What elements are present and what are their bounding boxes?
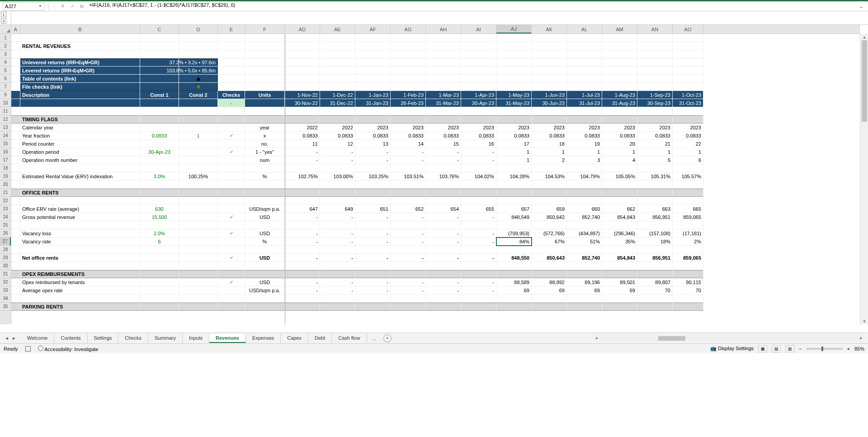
- cell-AJ14[interactable]: 0.0833: [496, 132, 532, 140]
- cell-AG28[interactable]: [391, 246, 426, 254]
- cell-AD31[interactable]: [285, 270, 320, 278]
- cell-AJ4[interactable]: [496, 58, 532, 66]
- cell-AJ10[interactable]: 31-May-23: [496, 99, 532, 107]
- cell-AO35[interactable]: [673, 303, 703, 311]
- row-header-4[interactable]: 4: [0, 58, 11, 66]
- cell-AE5[interactable]: [320, 66, 355, 75]
- cell-AL3[interactable]: [567, 50, 602, 58]
- add-sheet-button[interactable]: +: [383, 334, 392, 342]
- column-header-AE[interactable]: AE: [320, 25, 355, 33]
- cell-AH1[interactable]: [426, 34, 461, 42]
- cell-AL7[interactable]: [567, 83, 602, 91]
- cell-AJ32[interactable]: 88,589: [496, 278, 532, 286]
- cell-AI11[interactable]: [461, 107, 496, 115]
- cell-B28[interactable]: [20, 246, 140, 254]
- cell-F7[interactable]: [245, 83, 285, 91]
- cell-AK4[interactable]: [532, 58, 567, 66]
- cell-AF21[interactable]: [355, 189, 391, 197]
- row-header-19[interactable]: 19: [0, 172, 11, 180]
- sheet-tab-cash-flow[interactable]: Cash flow: [332, 334, 367, 343]
- cell-AN1[interactable]: [637, 34, 673, 42]
- cell-AI27[interactable]: -: [461, 238, 496, 246]
- cell-E1[interactable]: [218, 34, 245, 42]
- cell-AL27[interactable]: 51%: [567, 238, 602, 246]
- cell-F1[interactable]: [245, 34, 285, 42]
- cell-AG15[interactable]: 14: [391, 140, 426, 148]
- page-break-view-icon[interactable]: ▥: [785, 345, 794, 352]
- row-header-31[interactable]: 31: [0, 270, 11, 278]
- cell-AN22[interactable]: [637, 197, 673, 205]
- cell-AD33[interactable]: -: [285, 286, 320, 294]
- cell-AL26[interactable]: (434,897): [567, 229, 602, 238]
- macro-recording-icon[interactable]: [25, 346, 31, 352]
- cell-AE31[interactable]: [320, 270, 355, 278]
- cell-AE26[interactable]: -: [320, 229, 355, 238]
- cell-E18[interactable]: [218, 164, 245, 172]
- cell-AL32[interactable]: 89,196: [567, 278, 602, 286]
- cell-C21[interactable]: [140, 189, 179, 197]
- cell-A18[interactable]: [11, 164, 20, 172]
- cell-AI34[interactable]: [461, 294, 496, 303]
- cell-D22[interactable]: [179, 197, 218, 205]
- cell-B14[interactable]: Year fraction: [20, 132, 140, 140]
- cell-C27[interactable]: 6: [140, 238, 179, 246]
- cell-AI31[interactable]: [461, 270, 496, 278]
- cell-B7[interactable]: File checks (link): [20, 83, 140, 91]
- cell-D31[interactable]: [179, 270, 218, 278]
- cell-C9[interactable]: Const 1: [140, 91, 179, 99]
- cell-AH35[interactable]: [426, 303, 461, 311]
- cell-AI17[interactable]: -: [461, 156, 496, 164]
- cell-AH15[interactable]: 15: [426, 140, 461, 148]
- cell-AH21[interactable]: [426, 189, 461, 197]
- cell-AH18[interactable]: [426, 164, 461, 172]
- row-header-34[interactable]: 34: [0, 294, 11, 303]
- cell-AL11[interactable]: [567, 107, 602, 115]
- cell-D15[interactable]: [179, 140, 218, 148]
- cell-AG29[interactable]: -: [391, 254, 426, 262]
- cell-AF26[interactable]: -: [355, 229, 391, 238]
- scroll-up-icon[interactable]: ▲: [860, 34, 868, 40]
- cell-AO20[interactable]: [673, 180, 703, 189]
- cell-AD35[interactable]: [285, 303, 320, 311]
- cell-AH34[interactable]: [426, 294, 461, 303]
- cancel-formula-icon[interactable]: ✕: [58, 2, 66, 10]
- cell-AH6[interactable]: [426, 75, 461, 83]
- cell-D10[interactable]: [179, 99, 218, 107]
- cell-AJ5[interactable]: [496, 66, 532, 75]
- cell-AL21[interactable]: [567, 189, 602, 197]
- cell-AL16[interactable]: 1: [567, 148, 602, 156]
- cell-AE33[interactable]: -: [320, 286, 355, 294]
- cell-AG9[interactable]: 1-Feb-23: [391, 91, 426, 99]
- cell-AE28[interactable]: [320, 246, 355, 254]
- cell-AM9[interactable]: 1-Aug-23: [602, 91, 637, 99]
- row-header-26[interactable]: 26: [0, 229, 11, 238]
- cell-AK9[interactable]: 1-Jun-23: [532, 91, 567, 99]
- row-header-6[interactable]: 6: [0, 75, 11, 83]
- cell-B11[interactable]: [20, 107, 140, 115]
- cell-AD25[interactable]: [285, 221, 320, 229]
- cell-AN5[interactable]: [637, 66, 673, 75]
- cell-AM1[interactable]: [602, 34, 637, 42]
- cell-AO14[interactable]: 0.0833: [673, 132, 703, 140]
- cell-B29[interactable]: Net office rents: [20, 254, 140, 262]
- cell-AK2[interactable]: [532, 42, 567, 50]
- cell-AK24[interactable]: 850,642: [532, 213, 567, 221]
- cell-AL30[interactable]: [567, 262, 602, 270]
- cell-AG35[interactable]: [391, 303, 426, 311]
- cell-AD18[interactable]: [285, 164, 320, 172]
- cell-E12[interactable]: [218, 115, 245, 124]
- cell-E22[interactable]: [218, 197, 245, 205]
- cell-AE10[interactable]: 31-Dec-22: [320, 99, 355, 107]
- cell-AF14[interactable]: 0.0833: [355, 132, 391, 140]
- sheet-tab-debt[interactable]: Debt: [308, 334, 332, 343]
- cell-F26[interactable]: USD: [245, 229, 285, 238]
- sheet-tab-summary[interactable]: Summary: [148, 334, 183, 343]
- cell-AJ9[interactable]: 1-May-23: [496, 91, 532, 99]
- cell-AE22[interactable]: [320, 197, 355, 205]
- cell-AK21[interactable]: [532, 189, 567, 197]
- cell-A4[interactable]: [11, 58, 20, 66]
- cell-AL4[interactable]: [567, 58, 602, 66]
- cell-AH4[interactable]: [426, 58, 461, 66]
- cell-D29[interactable]: [179, 254, 218, 262]
- cell-A16[interactable]: [11, 148, 20, 156]
